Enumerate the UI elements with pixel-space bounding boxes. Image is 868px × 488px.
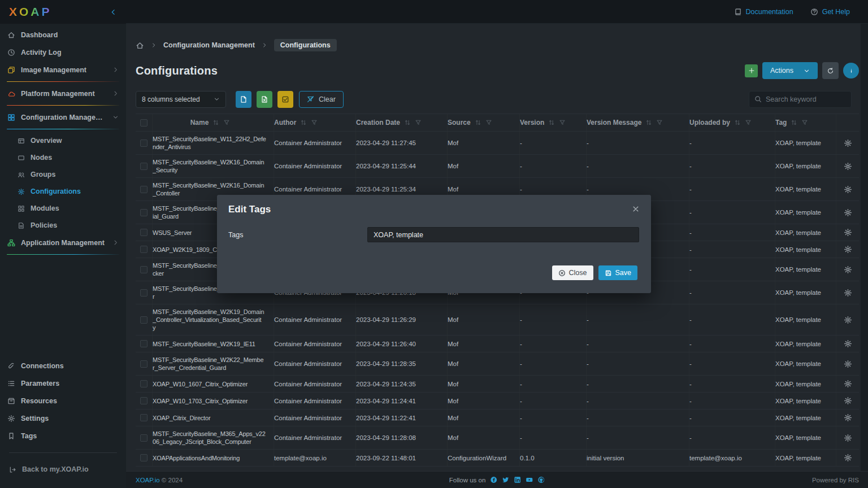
table-row[interactable]: MSTF_SecurityBaseline_W2K16_Domain_Secur…: [136, 155, 859, 178]
title-actions: Actions: [745, 62, 859, 79]
breadcrumb-section[interactable]: Configuration Management: [163, 41, 255, 49]
sidebar-item-parameters[interactable]: Parameters: [0, 374, 126, 392]
clear-filters-button[interactable]: Clear: [299, 91, 344, 108]
sidebar-item-connections[interactable]: Connections: [0, 357, 126, 374]
column-header-author[interactable]: Author: [274, 114, 356, 131]
back-to-myxoap-link[interactable]: Back to my.XOAP.io: [0, 461, 126, 478]
home-icon[interactable]: [136, 41, 144, 50]
row-checkbox[interactable]: [140, 397, 147, 404]
columns-select[interactable]: 8 columns selected: [136, 91, 226, 108]
row-settings-gear-icon[interactable]: [844, 208, 852, 217]
refresh-button[interactable]: [822, 62, 839, 79]
sidebar-item-overview[interactable]: Overview: [0, 132, 126, 149]
add-configuration-button[interactable]: [745, 64, 758, 77]
save-button[interactable]: Save: [598, 265, 638, 280]
row-checkbox[interactable]: [140, 140, 147, 147]
row-checkbox[interactable]: [140, 414, 147, 421]
sidebar-item-nodes[interactable]: Nodes: [0, 149, 126, 166]
table-row[interactable]: XOAPApplicationsAndMonitoringtemplate@xo…: [136, 450, 859, 467]
table-row[interactable]: XOAP_W10_1703_Citrix_OptimizerContainer …: [136, 393, 859, 409]
row-settings-gear-icon[interactable]: [844, 339, 852, 348]
actions-button[interactable]: Actions: [762, 62, 818, 79]
github-icon[interactable]: [537, 476, 545, 483]
column-header-version[interactable]: Version: [520, 114, 587, 131]
tags-input[interactable]: [367, 227, 639, 242]
info-button[interactable]: [843, 63, 859, 79]
row-settings-gear-icon[interactable]: [844, 360, 852, 368]
footer-brand-link[interactable]: XOAP.io: [136, 477, 160, 483]
sidebar-item-activity-log[interactable]: Activity Log: [0, 43, 126, 61]
row-checkbox[interactable]: [140, 266, 147, 273]
row-settings-gear-icon[interactable]: [844, 289, 852, 297]
table-row[interactable]: XOAP_Citrix_DirectorContainer Administra…: [136, 409, 859, 426]
sidebar-item-policies[interactable]: Policies: [0, 217, 126, 234]
table-row[interactable]: MSTF_SecurityBaseline_W2K22_Member_Serve…: [136, 352, 859, 376]
row-settings-gear-icon[interactable]: [844, 265, 852, 274]
select-columns-button[interactable]: [277, 91, 293, 108]
sidebar-item-dashboard[interactable]: Dashboard: [0, 26, 126, 43]
sidebar-item-configuration-management[interactable]: Configuration Management: [0, 108, 126, 126]
sidebar-item-image-management[interactable]: Image Management: [0, 61, 126, 79]
row-settings-gear-icon[interactable]: [844, 245, 852, 254]
facebook-icon[interactable]: [490, 476, 497, 483]
topbar: Documentation Get Help: [126, 0, 868, 24]
row-checkbox[interactable]: [140, 229, 147, 236]
sidebar-item-resources[interactable]: Resources: [0, 392, 126, 409]
table-row[interactable]: XOAP_W10_1607_Citrix_OptimizerContainer …: [136, 376, 859, 393]
row-settings-gear-icon[interactable]: [844, 454, 852, 462]
sidebar-item-settings[interactable]: Settings: [0, 409, 126, 427]
sidebar-item-groups[interactable]: Groups: [0, 166, 126, 183]
column-header-creation-date[interactable]: Creation Date: [356, 114, 448, 131]
sidebar-item-tags[interactable]: Tags: [0, 427, 126, 445]
row-checkbox[interactable]: [140, 360, 147, 368]
row-settings-gear-icon[interactable]: [844, 413, 852, 422]
export-pdf-button[interactable]: [236, 91, 251, 108]
sidebar-item-application-management[interactable]: Application Management: [0, 234, 126, 251]
linkedin-icon[interactable]: [514, 476, 521, 483]
row-checkbox[interactable]: [140, 380, 147, 387]
sidebar-item-configurations[interactable]: Configurations: [0, 183, 126, 200]
column-header-name[interactable]: Name: [153, 114, 274, 131]
row-checkbox[interactable]: [140, 340, 147, 347]
export-excel-button[interactable]: [257, 91, 272, 108]
sidebar-item-modules[interactable]: Modules: [0, 200, 126, 217]
column-header-uploaded-by[interactable]: Uploaded by: [689, 114, 775, 131]
row-settings-gear-icon[interactable]: [844, 228, 852, 237]
row-settings-gear-icon[interactable]: [844, 434, 852, 442]
modal-close-icon[interactable]: [632, 205, 640, 213]
row-checkbox[interactable]: [140, 163, 147, 170]
row-checkbox[interactable]: [140, 434, 147, 442]
column-header-source[interactable]: Source: [448, 114, 520, 131]
table-row[interactable]: MSTF_SecurityBaseline_W2K19_Domain_Contr…: [136, 304, 859, 336]
table-row[interactable]: MSTF_SecurityBaseline_W11_22H2_Defender_…: [136, 132, 859, 155]
column-header-tag[interactable]: Tag: [775, 114, 836, 131]
row-settings-gear-icon[interactable]: [844, 185, 852, 194]
column-header-version-message[interactable]: Version Message: [587, 114, 689, 131]
row-checkbox[interactable]: [140, 316, 147, 324]
row-settings-gear-icon[interactable]: [844, 162, 852, 171]
twitter-icon[interactable]: [502, 476, 509, 483]
row-checkbox[interactable]: [140, 209, 147, 216]
row-checkbox[interactable]: [140, 289, 147, 297]
row-checkbox[interactable]: [140, 186, 147, 193]
section-divider: [7, 81, 119, 82]
sidebar-collapse-icon[interactable]: [110, 8, 117, 16]
documentation-link[interactable]: Documentation: [734, 8, 793, 16]
row-settings-gear-icon[interactable]: [844, 316, 852, 324]
row-checkbox[interactable]: [140, 246, 147, 253]
row-settings-gear-icon[interactable]: [844, 139, 852, 147]
row-checkbox[interactable]: [140, 454, 147, 461]
row-settings-gear-icon[interactable]: [844, 380, 852, 388]
table-scrollbar[interactable]: [861, 24, 868, 471]
page-title: Configurations: [136, 64, 218, 77]
close-button[interactable]: Close: [552, 265, 593, 280]
get-help-link[interactable]: Get Help: [810, 8, 850, 16]
search-input[interactable]: [766, 95, 846, 103]
row-settings-gear-icon[interactable]: [844, 396, 852, 405]
cell-date: 2023-04-29 11:24:35: [356, 376, 448, 392]
youtube-icon[interactable]: [526, 476, 533, 483]
sidebar-item-platform-management[interactable]: Platform Management: [0, 85, 126, 102]
table-row[interactable]: MSTF_SecurityBaseline_M365_Apps_v2206_Le…: [136, 426, 859, 450]
select-all-checkbox[interactable]: [140, 119, 147, 127]
table-row[interactable]: MSTF_SecurityBaseline_W2K19_IE11Containe…: [136, 336, 859, 352]
